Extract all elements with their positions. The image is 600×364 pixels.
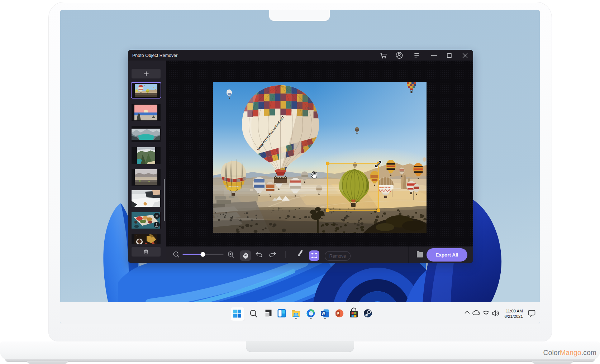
svg-text:P: P bbox=[337, 312, 339, 316]
svg-text:11:00 AM: 11:00 AM bbox=[506, 308, 523, 313]
svg-text:UNIVERSAL: UNIVERSAL bbox=[379, 186, 392, 188]
svg-text:6/21/2021: 6/21/2021 bbox=[504, 314, 523, 318]
svg-text:W: W bbox=[322, 312, 325, 316]
